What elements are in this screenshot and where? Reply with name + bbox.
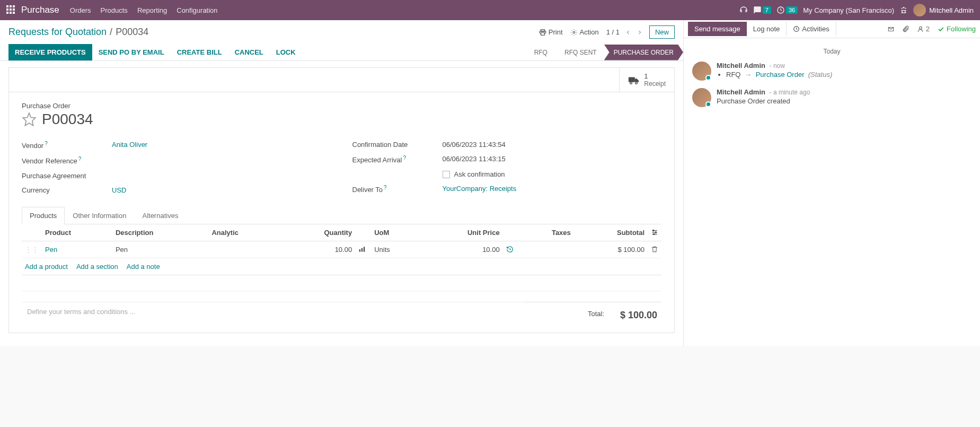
col-subtotal[interactable]: Subtotal — [574, 224, 648, 241]
vendor-ref-label: Vendor Reference? — [22, 156, 112, 165]
line-taxes[interactable] — [519, 241, 574, 258]
line-product[interactable]: Pen — [42, 241, 112, 258]
total-label: Total: — [588, 310, 604, 321]
top-navbar: Purchase Orders Products Reporting Confi… — [0, 0, 980, 20]
search-messages-icon[interactable] — [887, 25, 895, 33]
new-button[interactable]: New — [649, 25, 675, 39]
vendor-label: Vendor? — [22, 141, 112, 150]
col-product[interactable]: Product — [42, 224, 112, 241]
menu-products[interactable]: Products — [101, 6, 128, 14]
add-product-link[interactable]: Add a product — [25, 263, 68, 271]
log-note-button[interactable]: Log note — [747, 22, 787, 36]
message: Mitchell Admin - now RFQ → Purchase Orde… — [692, 62, 972, 81]
message-time: - a minute ago — [770, 89, 810, 96]
vendor-ref-field[interactable] — [112, 156, 331, 165]
status-rfq-sent[interactable]: RFQ SENT — [555, 45, 606, 60]
price-history-icon[interactable] — [503, 241, 519, 258]
ask-confirmation-checkbox[interactable]: Ask confirmation — [443, 170, 662, 178]
priority-star-icon[interactable] — [22, 112, 37, 127]
order-lines-table: Product Description Analytic Quantity Uo… — [22, 224, 661, 258]
vendor-field[interactable]: Anita Oliver — [112, 141, 331, 150]
svg-point-15 — [635, 82, 638, 84]
line-price[interactable]: 10.00 — [419, 241, 503, 258]
svg-point-22 — [654, 233, 655, 234]
col-analytic[interactable]: Analytic — [208, 224, 280, 241]
breadcrumb: Requests for Quotation / P00034 — [8, 27, 148, 38]
add-section-link[interactable]: Add a section — [76, 263, 118, 271]
create-bill-button[interactable]: CREATE BILL — [171, 44, 228, 60]
send-message-button[interactable]: Send message — [688, 22, 747, 36]
activities-button[interactable]: Activities — [786, 22, 836, 36]
col-unit-price[interactable]: Unit Price — [419, 224, 503, 241]
tab-other-info[interactable]: Other Information — [65, 207, 134, 224]
line-quantity[interactable]: 10.00 — [280, 241, 355, 258]
drag-handle-icon[interactable]: ⋮⋮ — [22, 241, 42, 258]
avatar — [913, 4, 926, 16]
terms-field[interactable]: Define your terms and conditions ... — [22, 302, 524, 323]
currency-field[interactable]: USD — [112, 186, 331, 194]
tracking-new-value[interactable]: Purchase Order — [756, 71, 805, 79]
voip-icon[interactable] — [739, 6, 748, 14]
message-author[interactable]: Mitchell Admin — [717, 88, 765, 96]
attachments-icon[interactable] — [902, 25, 910, 33]
avatar[interactable] — [692, 88, 711, 107]
forecast-icon[interactable] — [355, 241, 371, 258]
col-description[interactable]: Description — [112, 224, 209, 241]
table-row[interactable]: ⋮⋮ Pen Pen 10.00 Units 10.00 $ 100.0 — [22, 241, 661, 258]
message-time: - now — [770, 62, 785, 69]
confirmation-date-field[interactable]: 06/06/2023 11:43:54 — [443, 141, 662, 149]
line-analytic[interactable] — [208, 241, 280, 258]
apps-icon[interactable] — [6, 5, 16, 15]
action-button[interactable]: Action — [570, 28, 599, 36]
debug-icon[interactable] — [899, 6, 908, 14]
tab-products[interactable]: Products — [22, 207, 65, 224]
pager-prev[interactable] — [625, 29, 631, 36]
cancel-button[interactable]: CANCEL — [228, 44, 270, 60]
receive-products-button[interactable]: RECEIVE PRODUCTS — [8, 44, 92, 60]
arrow-icon: → — [745, 71, 752, 79]
send-po-email-button[interactable]: SEND PO BY EMAIL — [92, 44, 171, 60]
app-name[interactable]: Purchase — [21, 5, 59, 15]
total-value: $ 100.00 — [615, 310, 657, 321]
line-uom[interactable]: Units — [371, 241, 419, 258]
expected-arrival-field[interactable]: 06/06/2023 11:43:15 — [443, 155, 662, 164]
chatter: Send message Log note Activities 2 Follo… — [683, 20, 980, 346]
receipt-stat-button[interactable]: 1 Receipt — [619, 68, 674, 92]
activities-tray-icon[interactable]: 36 — [776, 6, 798, 14]
menu-configuration[interactable]: Configuration — [176, 6, 217, 14]
messaging-icon[interactable]: 7 — [753, 6, 771, 14]
col-options-icon[interactable] — [648, 224, 661, 241]
deliver-to-field[interactable]: YourCompany: Receipts — [443, 185, 662, 194]
col-quantity[interactable]: Quantity — [280, 224, 355, 241]
col-uom[interactable]: UoM — [371, 224, 419, 241]
followers-button[interactable]: 2 — [917, 25, 930, 33]
company-switcher[interactable]: My Company (San Francisco) — [803, 6, 894, 14]
currency-label: Currency — [22, 186, 112, 194]
following-button[interactable]: Following — [937, 25, 976, 33]
svg-rect-4 — [10, 8, 12, 11]
menu-orders[interactable]: Orders — [70, 6, 91, 14]
add-note-link[interactable]: Add a note — [127, 263, 160, 271]
pager-next[interactable] — [637, 29, 643, 36]
svg-point-12 — [573, 31, 575, 33]
breadcrumb-parent[interactable]: Requests for Quotation — [8, 27, 107, 38]
breadcrumb-current: P00034 — [116, 27, 148, 38]
lock-button[interactable]: LOCK — [270, 44, 302, 60]
message-author[interactable]: Mitchell Admin — [717, 62, 765, 69]
status-rfq[interactable]: RFQ — [525, 45, 557, 60]
line-subtotal: $ 100.00 — [574, 241, 648, 258]
agreement-field[interactable] — [112, 172, 331, 180]
col-taxes[interactable]: Taxes — [519, 224, 574, 241]
pager-text[interactable]: 1 / 1 — [606, 28, 620, 36]
menu-reporting[interactable]: Reporting — [137, 6, 167, 14]
user-menu[interactable]: Mitchell Admin — [913, 4, 974, 16]
svg-rect-25 — [364, 247, 365, 251]
control-bar: Requests for Quotation / P00034 Print Ac… — [0, 20, 683, 44]
print-button[interactable]: Print — [539, 28, 563, 36]
breadcrumb-sep: / — [110, 27, 112, 38]
message-body: Purchase Order created — [717, 97, 972, 105]
line-description[interactable]: Pen — [112, 241, 209, 258]
tab-alternatives[interactable]: Alternatives — [134, 207, 186, 224]
avatar[interactable] — [692, 62, 711, 81]
delete-line-icon[interactable] — [648, 241, 661, 258]
